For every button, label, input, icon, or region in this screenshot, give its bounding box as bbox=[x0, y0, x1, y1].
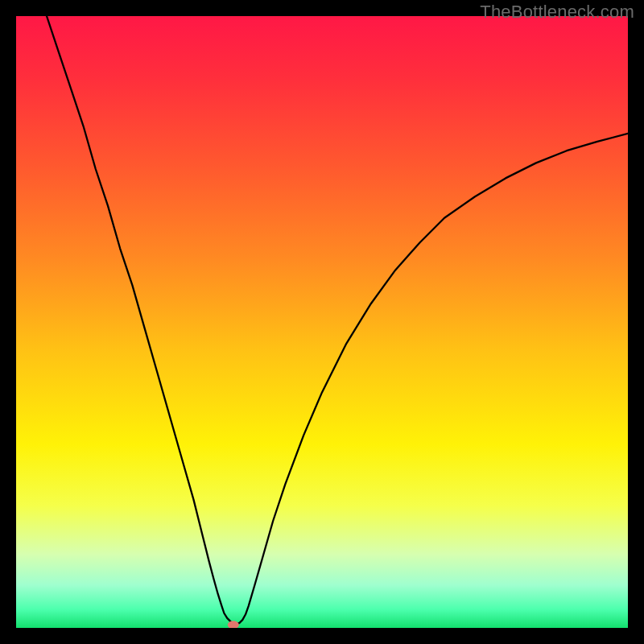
gradient-background bbox=[16, 16, 628, 628]
chart-frame: TheBottleneck.com bbox=[0, 0, 644, 644]
watermark-text: TheBottleneck.com bbox=[480, 2, 634, 23]
plot-area bbox=[16, 16, 628, 628]
bottleneck-chart bbox=[16, 16, 628, 628]
